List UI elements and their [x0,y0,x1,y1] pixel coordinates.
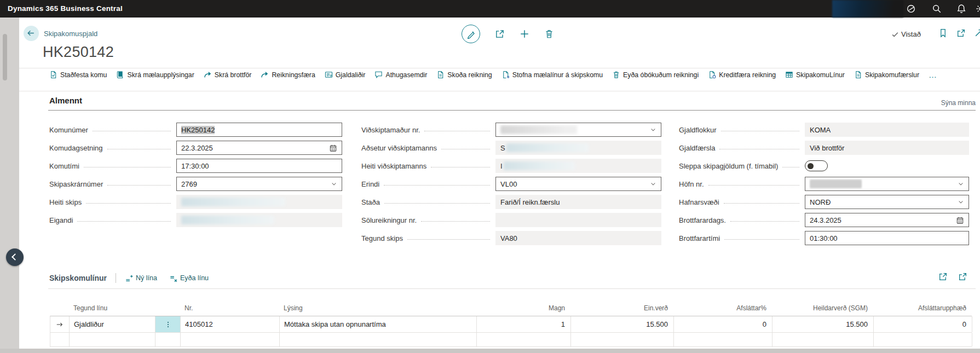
settings-gear-icon[interactable] [976,4,980,14]
col-header-magn[interactable]: Magn [476,304,570,316]
bookmark-icon[interactable] [938,28,948,38]
delete-line-button[interactable]: Eyða línu [169,274,209,282]
field-hafnarsvaedi: Hafnarsvæði NORÐ [679,195,969,209]
toolbar-item-stadfesta-komu[interactable]: Staðfesta komu [49,71,107,79]
new-line-icon [125,274,133,282]
komutimi-input[interactable]: 17:30:00 [176,159,342,173]
col-header-afslattar-pct[interactable]: Afsláttar% [673,304,772,316]
row-options-button[interactable] [155,316,181,332]
col-header-nr[interactable]: Nr. [180,304,279,316]
scrollbar-thumb[interactable] [3,34,7,80]
cell-heildarverd-sgm[interactable]: 15.500 [773,316,874,332]
book-icon [116,71,124,79]
cell-einverd[interactable]: 15.500 [571,316,674,332]
new-record-button[interactable] [520,29,529,39]
heiti-skips-field[interactable] [176,195,342,209]
col-header-heildarverd-sgm[interactable]: Heildarverð (SGM) [772,304,873,316]
calendar-icon[interactable] [956,216,964,224]
back-button[interactable] [24,26,39,41]
toolbar-item-eyda-obokudum-reikningi[interactable]: Eyða óbókuðum reikningi [612,71,699,79]
cell-afslattarupphaed[interactable]: 0 [874,316,972,332]
hofn-nr-dropdown[interactable] [805,177,969,191]
field-tegund-skips: Tegund skips VA80 [361,231,661,245]
left-scroll-gutter[interactable] [0,18,19,349]
erindi-dropdown[interactable]: VL00 [495,177,661,191]
field-komutimi: Komutími 17:30:00 [49,159,342,173]
vidskiptamadur-dropdown[interactable] [495,123,661,137]
delete-record-button[interactable] [544,29,554,39]
adsetur-field[interactable]: S [495,141,661,155]
active-row-indicator[interactable] [50,316,70,332]
field-komunumer: Komunúmer HK250142 [49,123,342,137]
share-button[interactable] [495,29,505,39]
komudagsetning-input[interactable]: 22.3.2025 [176,141,342,155]
field-adsetur-vidskiptamanns: Aðsetur viðskiptamanns S [361,141,661,155]
chevron-down-icon[interactable] [650,181,656,187]
sleppa-skipagjoldum-toggle[interactable] [805,160,828,171]
cell-magn[interactable]: 1 [477,316,571,332]
toolbar-item-skra-maelaupplysingar[interactable]: Skrá mælaupplýsingar [116,71,194,79]
field-heiti-vidskiptamanns: Heiti viðskiptamanns I [361,159,661,173]
new-line-button[interactable]: Ný lína [125,274,157,282]
breadcrumb[interactable]: Skipakomuspjald [44,30,97,38]
forward-arrow-icon [204,71,212,79]
komunumer-input[interactable]: HK250142 [176,123,342,137]
toolbar-overflow-button[interactable]: … [929,70,938,79]
document-plus-icon [501,71,510,79]
toolbar-item-gjaldalidir[interactable]: Gjaldaliðir [325,71,366,79]
table-header-row: Tegund línu Nr. Lýsing Magn Ein.verð Afs… [50,298,972,316]
chevron-down-icon[interactable] [650,126,656,133]
share-icon[interactable] [938,272,948,281]
toolbar-item-skra-brottfor[interactable]: Skrá brottför [204,71,252,79]
chevron-down-icon[interactable] [331,181,337,187]
open-in-window-icon[interactable] [956,28,966,38]
app-top-bar: Dynamics 365 Business Central [0,0,980,18]
open-in-excel-icon[interactable] [958,272,967,281]
app-title[interactable]: Dynamics 365 Business Central [8,0,123,18]
field-komudagsetning: Komudagsetning 22.3.2025 [49,141,342,155]
cell-afslattar-pct[interactable]: 0 [674,316,773,332]
cell-tegund-linu[interactable]: Gjaldliður [70,316,155,332]
toolbar-item-reikningsfaera[interactable]: Reikningsfæra [261,71,315,79]
divider [116,273,116,283]
eigandi-field[interactable] [176,213,342,227]
toolbar-item-kreditfaera-reikning[interactable]: Kreditfæra reikning [708,71,776,79]
toolbar-item-skoda-reikning[interactable]: Skoða reikning [436,71,492,79]
heiti-vidskiptamanns-field[interactable]: I [495,159,661,173]
brottfarartimi-input[interactable]: 01:30:00 [805,231,969,245]
document-credit-icon [708,71,716,79]
cell-nr[interactable]: 4105012 [181,316,280,332]
environment-icon[interactable] [906,4,916,14]
notifications-bell-icon[interactable] [956,4,966,14]
show-less-link[interactable]: Sýna minna [932,99,976,107]
toolbar-item-skipakomufaerslur[interactable]: Skipakomufærslur [854,71,919,79]
grid-icon [785,71,793,79]
field-brottfarardags: Brottfarardags. 24.3.2025 [679,213,969,227]
skipaskrarnumer-dropdown[interactable]: 2769 [176,177,342,191]
col-header-tegund-linu[interactable]: Tegund línu [69,304,155,316]
edit-button[interactable] [462,25,480,43]
calendar-icon[interactable] [329,144,337,152]
row-arrow-icon [56,321,64,328]
expand-icon[interactable] [974,28,980,38]
col-header-afslattarupphaed[interactable]: Afsláttarupphæð [873,304,972,316]
chevron-down-icon[interactable] [958,181,964,187]
pencil-icon [466,30,476,39]
col-header-einverd[interactable]: Ein.verð [570,304,673,316]
col-header-lysing[interactable]: Lýsing [279,304,476,316]
chevron-down-icon[interactable] [958,199,964,205]
brottfarardags-input[interactable]: 24.3.2025 [805,213,969,227]
cell-lysing[interactable]: Móttaka skipa utan opnunartíma [280,316,477,332]
collapse-panel-button[interactable] [6,248,24,266]
toolbar-item-athugasemdir[interactable]: Athugasemdir [374,71,427,79]
forward-arrow-icon [261,71,269,79]
redacted-value [181,198,285,206]
search-icon[interactable] [932,4,942,14]
hafnarsvaedi-dropdown[interactable]: NORÐ [805,195,969,209]
tenant-logo-redacted [832,0,903,18]
toolbar-item-skipakomulinur[interactable]: SkipakomuLínur [785,71,845,79]
card-divider [19,91,980,91]
check-icon [891,31,899,38]
field-vidskiptamadur-nr: Viðskiptamaður nr. [361,123,661,137]
toolbar-item-stofna-maelalinur[interactable]: Stofna mælalínur á skipskomu [501,71,603,79]
